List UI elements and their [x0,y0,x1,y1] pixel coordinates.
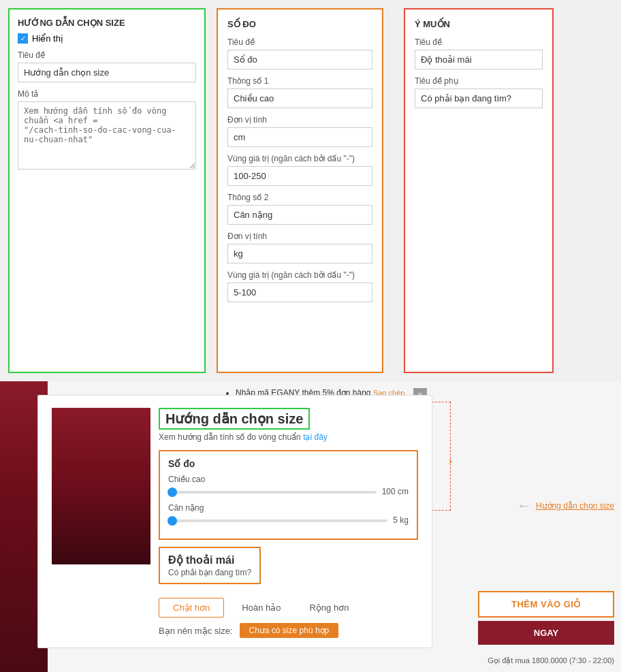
sodo-tieu-de-label: Tiêu đề [227,37,372,47]
don-vi-tinh-2-label: Đơn vị tính [227,231,372,241]
arrow-left-icon: ← [517,497,532,515]
slider-chieu-cao: Chiều cao 100 cm [168,475,409,496]
tieu-de-phu-input[interactable] [415,89,543,108]
modal-sodo-title: Số đo [168,458,409,469]
y-muon-tieu-de-input[interactable] [415,50,543,69]
thong-so-2-label: Thông số 2 [227,193,372,202]
size-guide-modal: Hướng dẫn chọn size Xem hướng dẫn tính s… [37,395,432,648]
mo-ta-textarea[interactable]: Xem hướng dẫn tính số đo vòng chuẩn <a h… [18,101,196,170]
green-box: HƯỚNG DẪN CHỌN SIZE ✓ Hiển thị Tiêu đề M… [8,8,206,373]
add-to-cart-button[interactable]: THÊM VÀO GIỎ [478,591,614,618]
modal-dothoaimai-box: Độ thoải mái Có phải bạn đang tìm? [159,547,261,584]
red-box-title: Ý MUỐN [415,19,543,29]
can-nang-value: 5 kg [393,515,409,525]
slider-track-can-nang [168,519,387,522]
top-section: HƯỚNG DẪN CHỌN SIZE ✓ Hiển thị Tiêu đề M… [0,0,621,381]
modal-link[interactable]: tại đây [303,432,328,442]
y-muon-tieu-de-label: Tiêu đề [415,37,543,47]
slider-can-nang: Cân nặng 5 kg [168,503,409,525]
size-badge: Chưa có size phù hợp [240,623,339,638]
thong-so-2-input[interactable] [227,205,372,225]
tieu-de-label: Tiêu đề [18,50,196,60]
checkbox-row[interactable]: ✓ Hiển thị [18,33,196,44]
chieu-cao-value: 100 cm [382,487,409,496]
can-nang-label: Cân nặng [168,503,409,513]
modal-subtitle: Xem hướng dẫn tính số đo vòng chuẩn tại … [159,432,418,442]
slider-track-chieu-cao [168,491,377,494]
mo-ta-label: Mô tả [18,89,196,99]
thong-so-1-input[interactable] [227,89,372,108]
don-vi-tinh-1-input[interactable] [227,127,372,147]
tieu-de-phu-label: Tiêu đề phụ [415,76,543,86]
green-box-title: HƯỚNG DẪN CHỌN SIZE [18,18,196,28]
checkbox-label: Hiển thị [32,33,63,44]
don-vi-tinh-1-label: Đơn vị tính [227,115,372,125]
vung-gia-tri-2-input[interactable] [227,283,372,302]
red-box: Ý MUỐN Tiêu đề Tiêu đề phụ [404,8,554,373]
modal-dothoaimai-subtitle: Có phải bạn đang tìm? [168,568,251,577]
modal-sodo-box: Số đo Chiều cao 100 cm [159,450,418,540]
modal-title: Hướng dẫn chọn size [159,408,310,430]
call-info: Gọi đặt mua 1800.0000 (7:30 - 22:00) [488,656,614,665]
sodo-tieu-de-input[interactable] [227,50,372,69]
size-recommendation: Bạn nên mặc size: Chưa có size phù hợp [159,623,418,638]
checkbox-hien-thi[interactable]: ✓ [18,33,28,44]
arrow-label-area: ← Hướng dẫn chọn size [517,497,614,515]
huong-dan-chon-size-link[interactable]: Hướng dẫn chọn size [536,501,614,511]
buy-now-button[interactable]: NGAY [478,621,614,645]
bottom-section: Nhập mã EGANY thêm 5% đơn hàng Sao chép … [0,381,621,672]
chevron-right-icon: › [449,455,452,467]
btn-chat-hon[interactable]: Chật hơn [159,598,224,618]
orange-box-title: SỐ ĐO [227,19,372,29]
tieu-de-input[interactable] [18,63,196,82]
slider-thumb-can-nang[interactable] [168,516,177,526]
vung-gia-tri-2-label: Vùng giá trị (ngăn cách bởi dấu "-") [227,270,372,280]
modal-dothoaimai-title: Độ thoải mái [168,554,251,566]
slider-thumb-chieu-cao[interactable] [168,487,177,497]
thong-so-1-label: Thông số 1 [227,76,372,86]
don-vi-tinh-2-input[interactable] [227,244,372,263]
size-label: Bạn nên mặc size: [159,626,233,636]
chieu-cao-label: Chiều cao [168,475,409,484]
vung-gia-tri-1-label: Vùng giá trị (ngăn cách bởi dấu "-") [227,154,372,163]
orange-box: SỐ ĐO Tiêu đề Thông số 1 Đơn vị tính Vùn… [217,8,383,373]
btn-rong-hon[interactable]: Rộng hơn [298,598,360,617]
btn-hoan-hao[interactable]: Hoàn hảo [231,598,291,617]
comfort-buttons: Chật hơn Hoàn hảo Rộng hơn [159,598,418,618]
modal-model-image [52,408,150,564]
vung-gia-tri-1-input[interactable] [227,166,372,186]
